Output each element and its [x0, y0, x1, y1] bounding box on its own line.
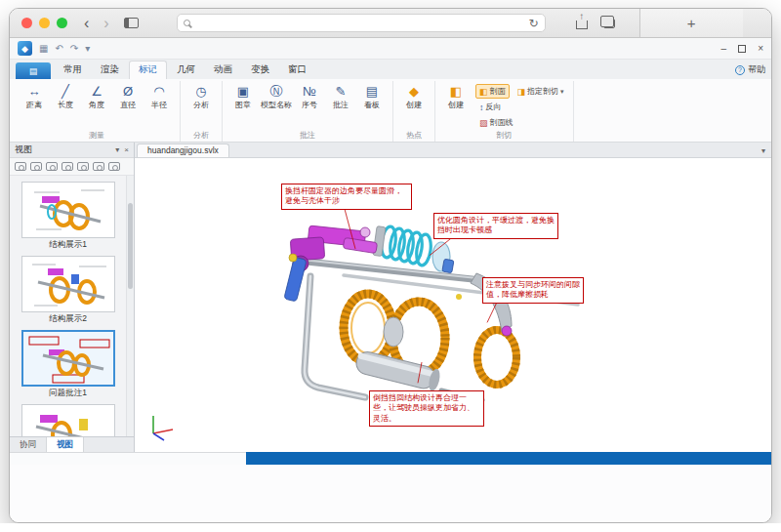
status-bar-left — [10, 452, 246, 465]
address-search-field[interactable]: ↻ — [177, 14, 546, 32]
undo-icon[interactable]: ↶ — [55, 43, 62, 54]
tab-bianhuan[interactable]: 变换 — [242, 61, 278, 79]
view-thumbnail-2[interactable]: 结构展示2 — [20, 256, 117, 324]
document-tab-bar: huandangjigou.svlx ▾ — [135, 143, 771, 158]
panel-menu-icon[interactable]: ▾ — [115, 145, 119, 154]
stamp-icon: ▣ — [237, 84, 249, 99]
status-bar — [10, 452, 771, 465]
ribbon-group-hotspot: ◆ 创建 热点 — [393, 81, 435, 142]
diameter-button[interactable]: Ø 直径 — [112, 81, 144, 110]
distance-icon: ↔ — [28, 84, 41, 99]
hotspot-create-button[interactable]: ◆ 创建 — [398, 81, 430, 110]
annotation-callout-1[interactable]: 换挡杆固定器的边角要尽量圆滑，避免与壳体干涉 — [281, 184, 412, 210]
app-logo-icon: ◆ — [18, 41, 32, 56]
section-create-button[interactable]: ◧ 创建 — [440, 81, 472, 110]
annotation-callout-2[interactable]: 优化圆角设计，平缓过渡，避免换挡时出现卡顿感 — [433, 213, 558, 239]
tab-donghua[interactable]: 动画 — [205, 61, 241, 79]
panel-close-icon[interactable]: × — [124, 145, 129, 154]
serial-number-icon: № — [303, 84, 316, 99]
forward-button[interactable]: › — [100, 16, 112, 31]
tab-collaboration[interactable]: 协同 — [10, 437, 47, 452]
sidebar-scrollbar[interactable] — [126, 176, 134, 436]
tab-changyong[interactable]: 常用 — [55, 61, 91, 79]
group-label-section: 剖切 — [440, 130, 568, 142]
app-close-icon[interactable]: × — [758, 43, 763, 54]
status-bar-progress — [246, 452, 771, 465]
tab-chuangkou[interactable]: 窗口 — [279, 61, 315, 79]
section-plane-icon: ◧ — [479, 87, 488, 97]
browser-toolbar: ‹ › ↻ + — [10, 9, 771, 38]
group-label-measure: 测量 — [19, 130, 175, 142]
tab-view[interactable]: 视图 — [47, 437, 84, 452]
view-panel-title: 视图 — [15, 143, 32, 156]
share-icon[interactable] — [576, 20, 588, 29]
refresh-icon[interactable]: ↻ — [529, 17, 539, 30]
quick-access-icon[interactable]: ▦ — [39, 43, 48, 54]
redo-icon[interactable]: ↷ — [70, 43, 78, 54]
comment-button[interactable]: ✎ 批注 — [325, 81, 356, 110]
radius-button[interactable]: ◠ 半径 — [144, 81, 175, 110]
view-tool-icon[interactable] — [77, 162, 89, 171]
view-thumbnail-1[interactable]: 结构展示1 — [20, 182, 117, 250]
document-tab[interactable]: huandangjigou.svlx — [137, 143, 229, 157]
analysis-button[interactable]: ◷ 分析 — [185, 81, 217, 110]
hatch-icon: ▨ — [479, 118, 488, 128]
group-label-hotspot: 热点 — [398, 130, 430, 142]
view-thumbnail-3[interactable]: 问题批注1 — [20, 330, 117, 398]
view-tool-icon[interactable] — [62, 162, 73, 171]
search-input[interactable] — [195, 18, 524, 28]
annotation-callout-4[interactable]: 倒挡挡回结构设计再合理一些，让驾驶员操纵更加省力、灵活。 — [369, 390, 484, 427]
view-tool-icon[interactable] — [30, 162, 42, 171]
view-panel-toolbar — [10, 158, 134, 176]
ribbon-group-section: ◧ 创建 ◧ 剖面 ◨ 指定剖切 ▾ — [435, 81, 574, 142]
stamp-button[interactable]: ▣ 图章 — [227, 81, 259, 110]
close-window-button[interactable] — [21, 18, 32, 28]
group-label-analysis: 分析 — [185, 130, 217, 142]
model-name-button[interactable]: Ⓝ 模型名称 — [259, 81, 294, 110]
tab-xuanran[interactable]: 渲染 — [92, 61, 128, 79]
hotspot-create-icon: ◆ — [409, 84, 419, 99]
length-button[interactable]: ╱ 长度 — [50, 81, 81, 110]
model-name-icon: Ⓝ — [270, 84, 283, 99]
orientation-axes-icon — [144, 409, 178, 442]
view-tool-icon[interactable] — [46, 162, 58, 171]
reverse-icon: ↕ — [479, 102, 484, 112]
view-tool-icon[interactable] — [108, 162, 120, 171]
angle-button[interactable]: ∠ 角度 — [81, 81, 112, 110]
board-icon: ▤ — [366, 84, 378, 99]
file-menu-button[interactable]: ▤ — [16, 62, 51, 79]
view-thumbnail-list: 结构展示1 结构展示2 — [10, 176, 134, 436]
quick-access-dropdown-icon[interactable]: ▾ — [85, 43, 90, 54]
section-plane-button[interactable]: ◧ 剖面 — [475, 84, 510, 99]
angle-icon: ∠ — [91, 84, 103, 99]
serial-number-button[interactable]: № 序号 — [294, 81, 325, 110]
tab-overview-icon[interactable] — [603, 19, 615, 28]
comment-icon: ✎ — [336, 84, 347, 99]
view-tool-icon[interactable] — [15, 162, 26, 171]
view-panel: 视图 ▾ × — [10, 143, 135, 452]
zoom-window-button[interactable] — [57, 18, 67, 28]
annotation-callout-3[interactable]: 注意拨叉与同步环间的间隙值，降低摩擦损耗 — [482, 277, 584, 304]
hatch-button[interactable]: ▨ 剖面线 — [475, 115, 517, 130]
view-thumbnail-4[interactable] — [20, 404, 117, 436]
view-tool-icon[interactable] — [93, 162, 104, 171]
help-button[interactable]: ? 帮助 — [735, 63, 765, 79]
ribbon-group-annotate: ▣ 图章 Ⓝ 模型名称 № 序号 ✎ 批注 ▤ 看板 — [223, 81, 393, 142]
3d-viewport[interactable]: 换挡杆固定器的边角要尽量圆滑，避免与壳体干涉 优化圆角设计，平缓过渡，避免换挡时… — [135, 158, 771, 452]
panel-bottom-tabs: 协同 视图 — [10, 436, 134, 452]
board-button[interactable]: ▤ 看板 — [356, 81, 388, 110]
app-minimize-icon[interactable]: – — [721, 43, 727, 54]
document-tab-menu-icon[interactable]: ▾ — [756, 146, 771, 157]
reverse-button[interactable]: ↕ 反向 — [475, 100, 506, 114]
tab-jihe[interactable]: 几何 — [168, 61, 204, 79]
new-tab-button[interactable]: + — [639, 9, 743, 37]
minimize-window-button[interactable] — [39, 18, 50, 28]
sidebar-toggle-icon[interactable] — [124, 18, 139, 28]
back-button[interactable]: ‹ — [80, 16, 93, 31]
app-maximize-icon[interactable] — [738, 45, 746, 53]
tab-biaoji[interactable]: 标记 — [129, 61, 167, 79]
ribbon: ↔ 距离 ╱ 长度 ∠ 角度 Ø 直径 ◠ 半径 — [10, 79, 771, 143]
assign-section-button[interactable]: ◨ 指定剖切 ▾ — [514, 84, 568, 99]
distance-button[interactable]: ↔ 距离 — [19, 81, 50, 110]
diameter-icon: Ø — [123, 84, 133, 99]
